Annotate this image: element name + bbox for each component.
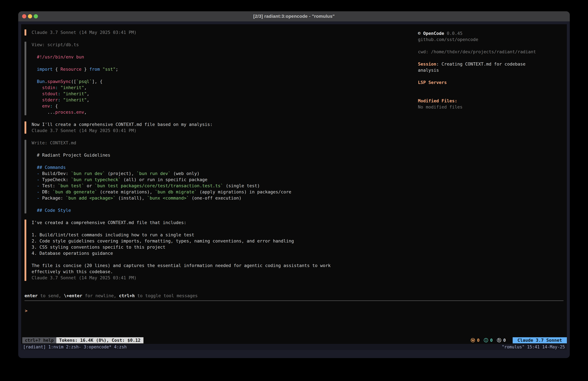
help-badge: ctrl+? help	[22, 337, 56, 343]
message-block-tool-view: View: script/db.ts #!/usr/bin/env bun im…	[24, 42, 360, 115]
diagnostic-warnings: ⓦ0	[471, 337, 480, 343]
message-line: Write: CONTEXT.md	[32, 140, 291, 146]
sidebar-line: © OpenCode 0.0.45	[418, 30, 546, 37]
hints-count: 0	[503, 337, 506, 343]
message-block-assistant-header: Claude 3.7 Sonnet (14 May 2025 03:41 PM)	[24, 29, 360, 36]
message-line: 1. Build/lint/test commands including ho…	[32, 232, 360, 238]
sidebar-line	[418, 43, 546, 49]
maximize-button[interactable]	[34, 14, 38, 18]
diagnostics-counters: ⓦ0ⓘ0ⓗ0	[471, 337, 506, 343]
assistant-marker-bar	[24, 220, 26, 281]
message-line	[32, 201, 291, 207]
sidebar-line	[418, 55, 546, 61]
model-badge[interactable]: Claude 3.7 Sonnet	[513, 337, 567, 343]
message-line: Now I'll create a comprehensive CONTEXT.…	[32, 121, 213, 128]
window-title: [2/3] radiant:3:opencode - "romulus"	[253, 14, 335, 19]
message-line	[32, 48, 118, 54]
message-line: Bun.spawnSync([`psql`], {	[32, 78, 118, 85]
diagnostic-info: ⓘ0	[484, 337, 493, 343]
message-line	[32, 158, 291, 164]
terminal-window: [2/3] radiant:3:opencode - "romulus" Cla…	[18, 11, 570, 358]
sidebar-line: No modified files	[418, 104, 546, 110]
message-line: - TypeCheck: `bun run typecheck` (all) o…	[32, 177, 291, 183]
session-sidebar: © OpenCode 0.0.45github.com/sst/opencode…	[418, 30, 546, 110]
diagnostic-hints: ⓗ0	[497, 337, 506, 343]
message-body: Write: CONTEXT.md # Radiant Project Guid…	[32, 140, 291, 213]
message-line: - Test: `bun test` or `bun test packages…	[32, 183, 291, 189]
message-body: Now I'll create a comprehensive CONTEXT.…	[32, 121, 213, 134]
message-line: ## Commands	[32, 164, 291, 171]
status-bar: ctrl+? help Tokens: 16.4K (8%), Cost: $0…	[21, 337, 567, 343]
message-line	[32, 72, 118, 78]
message-line: View: script/db.ts	[32, 42, 118, 48]
sidebar-line: cwd: /home/thdxr/dev/projects/radiant/ra…	[418, 49, 546, 55]
message-line	[32, 256, 360, 263]
message-block-assistant-summary: I've created a comprehensive CONTEXT.md …	[24, 220, 360, 281]
message-line: I've created a comprehensive CONTEXT.md …	[32, 220, 360, 226]
tmux-windows-list[interactable]: [radiant] 1:nvim 2:zsh- 3:opencode* 4:zs…	[23, 344, 127, 350]
sidebar-line	[418, 86, 546, 92]
message-line: env: {	[32, 103, 118, 109]
message-line: 4. Database operations guidance	[32, 250, 360, 256]
window-titlebar: [2/3] radiant:3:opencode - "romulus"	[18, 11, 570, 22]
message-line: 2. Code style guidelines covering import…	[32, 238, 360, 244]
message-body: I've created a comprehensive CONTEXT.md …	[32, 220, 360, 281]
hints-icon: ⓗ	[497, 337, 501, 343]
message-line: - DB: `bun db generate` (create migratio…	[32, 189, 291, 195]
keybinding-hint: enter to send, \+enter for newline, ctrl…	[24, 293, 198, 299]
message-line: stdout: "inherit",	[32, 91, 118, 97]
sidebar-line	[418, 73, 546, 79]
tokens-cost-badge: Tokens: 16.4K (8%), Cost: $0.12	[56, 337, 144, 343]
sidebar-line: Session: Creating CONTEXT.md for codebas…	[418, 61, 546, 73]
message-line: import { Resource } from "sst";	[32, 66, 118, 72]
message-line	[32, 60, 118, 66]
message-line: The file is concise (20 lines) and captu…	[32, 263, 360, 275]
message-line: 3. CSS styling conventions specific to t…	[32, 244, 360, 250]
sidebar-line: github.com/sst/opencode	[418, 37, 546, 43]
tool-marker-bar	[24, 140, 26, 213]
message-block-tool-write: Write: CONTEXT.md # Radiant Project Guid…	[24, 140, 360, 213]
input-divider	[24, 300, 564, 301]
warnings-icon: ⓦ	[471, 337, 475, 343]
message-line: stderr: "inherit",	[32, 97, 118, 103]
minimize-button[interactable]	[28, 14, 32, 18]
prompt-input[interactable]: >	[25, 308, 564, 317]
chat-transcript: Claude 3.7 Sonnet (14 May 2025 03:41 PM)…	[24, 29, 360, 287]
message-line: Claude 3.7 Sonnet (14 May 2025 03:41 PM)	[32, 128, 213, 134]
message-line: - Build/Dev: `bun run dev` (project), `b…	[32, 171, 291, 177]
warnings-count: 0	[477, 337, 480, 343]
message-line: stdin: "inherit",	[32, 85, 118, 91]
tool-marker-bar	[24, 42, 26, 115]
message-block-assistant-text: Now I'll create a comprehensive CONTEXT.…	[24, 121, 360, 134]
message-line: - Package: `bun add <package>` (install)…	[32, 195, 291, 201]
sidebar-line	[418, 92, 546, 98]
sidebar-line: LSP Servers	[418, 79, 546, 86]
message-line	[32, 226, 360, 232]
assistant-marker-bar	[24, 29, 26, 36]
message-line: #!/usr/bin/env bun	[32, 54, 118, 60]
tmux-session-clock: "romulus" 15:41 14-May-25	[502, 344, 565, 350]
opencode-tui: Claude 3.7 Sonnet (14 May 2025 03:41 PM)…	[21, 24, 567, 344]
info-count: 0	[490, 337, 493, 343]
tmux-status-bar[interactable]: [radiant] 1:nvim 2:zsh- 3:opencode* 4:zs…	[21, 344, 567, 350]
window-controls	[22, 14, 38, 18]
sidebar-line: Modified Files:	[418, 98, 546, 104]
assistant-marker-bar	[24, 121, 26, 134]
message-body: View: script/db.ts #!/usr/bin/env bun im…	[32, 42, 118, 115]
prompt-caret: >	[25, 308, 27, 313]
close-button[interactable]	[22, 14, 26, 18]
info-icon: ⓘ	[484, 337, 488, 343]
message-line: ## Code Style	[32, 207, 291, 213]
message-line	[32, 146, 291, 152]
message-line: Claude 3.7 Sonnet (14 May 2025 03:41 PM)	[32, 275, 360, 281]
message-line: # Radiant Project Guidelines	[32, 152, 291, 158]
message-line: Claude 3.7 Sonnet (14 May 2025 03:41 PM)	[32, 29, 137, 36]
message-body: Claude 3.7 Sonnet (14 May 2025 03:41 PM)	[32, 29, 137, 36]
message-line: ...process.env,	[32, 109, 118, 115]
